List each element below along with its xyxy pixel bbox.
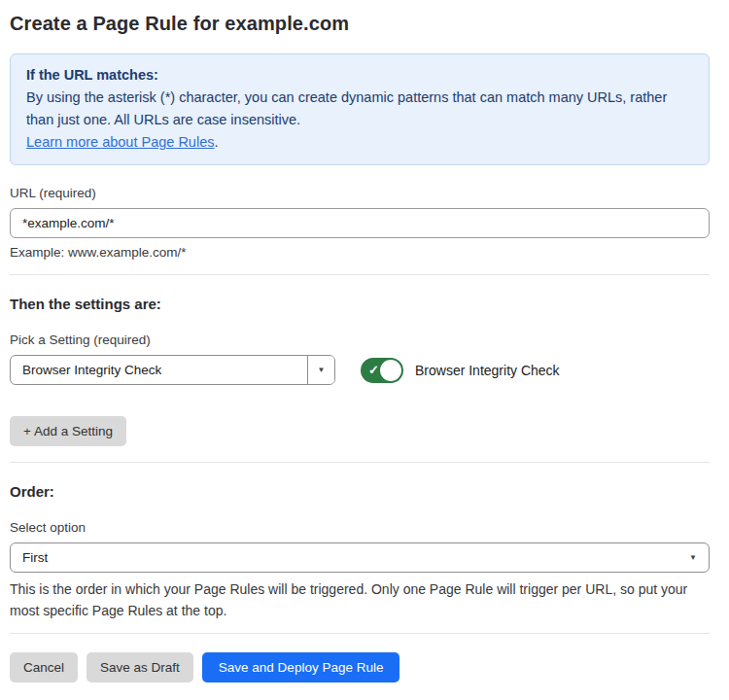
link-suffix: . (214, 134, 218, 150)
settings-section-heading: Then the settings are: (10, 296, 710, 312)
url-matches-info-box: If the URL matches: By using the asteris… (10, 53, 710, 165)
order-select-value: First (22, 550, 48, 565)
info-box-heading: If the URL matches: (26, 64, 693, 87)
setting-dropdown-button[interactable]: ▼ (307, 356, 334, 384)
url-field-label: URL (required) (10, 186, 710, 200)
divider (10, 633, 710, 634)
url-example-helper: Example: www.example.com/* (10, 245, 710, 260)
page-title: Create a Page Rule for example.com (10, 13, 710, 35)
footer-button-row: Cancel Save as Draft Save and Deploy Pag… (10, 652, 710, 682)
order-select-label: Select option (10, 520, 710, 535)
setting-dropdown-value: Browser Integrity Check (11, 356, 307, 384)
pick-setting-label: Pick a Setting (required) (10, 332, 710, 347)
add-setting-button[interactable]: + Add a Setting (10, 416, 126, 446)
order-helper-text: This is the order in which your Page Rul… (10, 578, 715, 621)
setting-dropdown[interactable]: Browser Integrity Check ▼ (10, 355, 335, 385)
save-and-deploy-button[interactable]: Save and Deploy Page Rule (202, 652, 400, 682)
url-input[interactable] (10, 208, 710, 238)
browser-integrity-check-toggle[interactable]: ✓ (361, 358, 403, 383)
learn-more-link[interactable]: Learn more about Page Rules (26, 134, 214, 150)
check-icon: ✓ (368, 364, 379, 376)
save-as-draft-button[interactable]: Save as Draft (87, 652, 193, 682)
setting-toggle-group: ✓ Browser Integrity Check (361, 358, 560, 383)
chevron-down-icon: ▼ (318, 366, 326, 374)
order-section-heading: Order: (10, 483, 710, 500)
divider (10, 274, 710, 275)
info-box-link-line: Learn more about Page Rules. (26, 131, 693, 154)
toggle-knob (380, 360, 401, 381)
chevron-down-icon: ▼ (689, 553, 697, 562)
info-box-body: By using the asterisk (*) character, you… (26, 87, 693, 131)
cancel-button[interactable]: Cancel (10, 652, 78, 682)
toggle-label: Browser Integrity Check (415, 363, 560, 378)
create-page-rule-panel: Create a Page Rule for example.com If th… (0, 0, 719, 682)
order-select[interactable]: First ▼ (10, 542, 710, 573)
setting-row: Browser Integrity Check ▼ ✓ Browser Inte… (10, 355, 710, 385)
divider (10, 462, 710, 463)
